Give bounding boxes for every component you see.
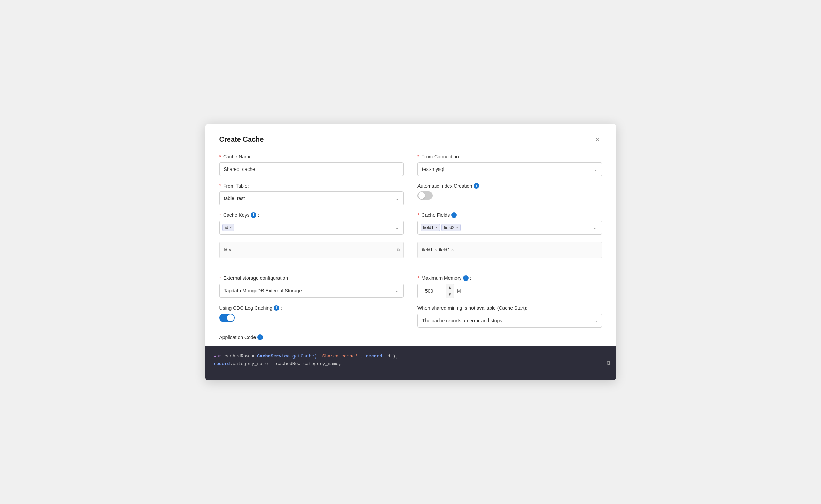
auto-index-group: Automatic Index Creation i [417,183,602,205]
max-memory-label: * Maximum Memory i : [417,275,602,281]
modal-title: Create Cache [219,135,264,143]
max-memory-group: * Maximum Memory i : ▲ ▼ M [417,275,602,298]
required-star-3: * [219,183,221,189]
auto-index-info-icon: i [474,183,479,189]
cache-name-group: * Cache Name: [219,154,404,176]
auto-index-toggle[interactable] [417,191,433,200]
shared-mining-select-wrapper: The cache reports an error and stops [417,314,602,328]
cache-key-display-id: id × [224,247,232,252]
max-memory-input-wrapper: ▲ ▼ M [417,284,602,298]
cache-name-label: * Cache Name: [219,154,404,159]
shared-mining-label: When shared mining is not available (Cac… [417,305,602,311]
cdc-log-slider [219,314,235,322]
external-storage-group: * External storage configuration Tapdata… [219,275,404,298]
cache-field-display-field1: field1 × [422,247,437,252]
cache-field-display-field1-remove[interactable]: × [434,247,437,252]
cache-key-display-id-remove[interactable]: × [229,247,232,252]
from-connection-select[interactable]: test-mysql [417,162,602,176]
max-memory-input-box: ▲ ▼ [417,284,454,298]
max-memory-unit: M [457,288,461,294]
modal-header: Create Cache × [219,135,602,144]
cache-keys-copy-button[interactable]: ⧉ [397,247,400,253]
max-memory-info-icon: i [463,275,469,281]
cdc-log-toggle[interactable] [219,314,235,322]
tags-display-row: id × ⧉ field1 × field2 × [219,242,602,258]
cache-field-display-field2-remove[interactable]: × [451,247,454,252]
cache-keys-info-icon: i [251,212,256,218]
cdc-log-info-icon: i [274,305,279,311]
from-connection-label: * From Connection: [417,154,602,159]
from-connection-select-wrapper: test-mysql [417,162,602,176]
cache-fields-input[interactable]: field1 × field2 × [417,221,602,235]
code-copy-button[interactable]: ⧉ [607,360,610,366]
cache-fields-info-icon: i [451,212,457,218]
cache-fields-group: * Cache Fields i : field1 × field2 × [417,212,602,235]
cache-field-tag-field2-remove[interactable]: × [456,226,458,229]
required-star-6: * [219,275,221,281]
cache-fields-label: * Cache Fields i : [417,212,602,218]
required-star-4: * [219,212,221,218]
cache-keys-display: id × ⧉ [219,242,404,258]
required-star-7: * [417,275,419,281]
max-memory-down-button[interactable]: ▼ [446,291,454,298]
shared-mining-group: When shared mining is not available (Cac… [417,305,602,328]
shared-mining-select[interactable]: The cache reports an error and stops [417,314,602,328]
create-cache-modal: Create Cache × * Cache Name: * From Conn… [205,124,616,380]
from-connection-group: * From Connection: test-mysql [417,154,602,176]
external-storage-select[interactable]: Tapdata MongoDB External Storage [219,284,404,298]
auto-index-label: Automatic Index Creation i [417,183,602,189]
cache-keys-label: * Cache Keys i : [219,212,404,218]
cache-field-tag-field2: field2 × [441,224,461,231]
app-code-info-icon: i [257,334,263,340]
app-code-label: Application Code i : [219,334,602,340]
max-memory-up-button[interactable]: ▲ [446,284,454,291]
cdc-log-group: Using CDC Log Caching i : [219,305,404,328]
max-memory-input[interactable] [418,284,446,298]
cache-key-tag-id: id × [222,224,235,231]
external-storage-select-wrapper: Tapdata MongoDB External Storage [219,284,404,298]
code-content: var cachedRow = CacheService.getCache( '… [214,353,608,368]
cache-field-display-field2: field2 × [439,247,454,252]
code-block: var cachedRow = CacheService.getCache( '… [205,346,616,380]
max-memory-spinner: ▲ ▼ [446,284,454,298]
cache-field-tag-field1: field1 × [421,224,440,231]
cache-field-tag-field1-remove[interactable]: × [435,226,437,229]
cache-fields-display: field1 × field2 × [417,242,602,258]
cache-key-tag-id-remove[interactable]: × [230,226,232,229]
from-table-group: * From Table: table_test [219,183,404,205]
auto-index-slider [417,191,433,200]
app-code-section: Application Code i : [219,334,602,343]
cache-name-input[interactable] [219,162,404,176]
required-star: * [219,154,221,159]
divider [219,268,602,268]
close-button[interactable]: × [593,135,602,144]
required-star-2: * [417,154,419,159]
from-table-select[interactable]: table_test [219,191,404,205]
required-star-5: * [417,212,419,218]
cache-keys-group: * Cache Keys i : id × [219,212,404,235]
from-table-select-wrapper: table_test [219,191,404,205]
form-grid: * Cache Name: * From Connection: test-my… [219,154,602,346]
cdc-log-label: Using CDC Log Caching i : [219,305,404,311]
external-storage-label: * External storage configuration [219,275,404,281]
from-table-label: * From Table: [219,183,404,189]
cache-keys-input[interactable]: id × [219,221,404,235]
